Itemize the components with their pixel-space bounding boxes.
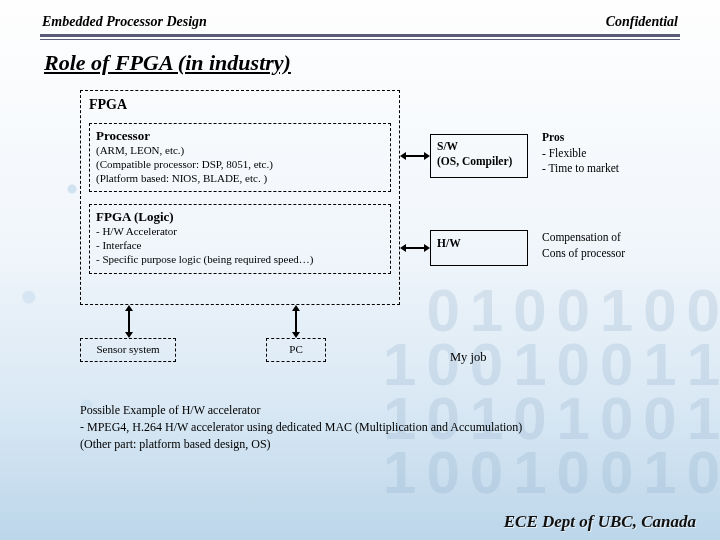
sw-pros-line: - Time to market — [542, 161, 619, 177]
sensor-box: Sensor system — [80, 338, 176, 362]
processor-title: Processor — [96, 128, 384, 144]
hw-pros-line: Cons of processor — [542, 246, 625, 262]
processor-line: (Compatible processor: DSP, 8051, etc.) — [96, 158, 384, 172]
arrow-processor-sw — [400, 155, 430, 157]
hw-pros-line: Compensation of — [542, 230, 625, 246]
fpga-logic-title: FPGA (Logic) — [96, 209, 384, 225]
my-job-label: My job — [450, 350, 486, 365]
slide: Embedded Processor Design Confidential R… — [0, 0, 720, 540]
pc-box: PC — [266, 338, 326, 362]
footer: ECE Dept of UBC, Canada — [504, 512, 696, 532]
arrow-fpga-pc — [295, 305, 297, 338]
divider-thin — [40, 39, 680, 40]
sw-pros-line: - Flexible — [542, 146, 619, 162]
example-line: Possible Example of H/W accelerator — [80, 402, 522, 419]
fpga-logic-box: FPGA (Logic) - H/W Accelerator - Interfa… — [89, 204, 391, 273]
hw-box: H/W — [430, 230, 528, 266]
sw-line: (OS, Compiler) — [437, 154, 521, 169]
sw-pros: Pros - Flexible - Time to market — [542, 130, 619, 177]
processor-box: Processor (ARM, LEON, etc.) (Compatible … — [89, 123, 391, 192]
sw-box: S/W (OS, Compiler) — [430, 134, 528, 178]
fpga-logic-line: - Interface — [96, 239, 384, 253]
slide-title: Role of FPGA (in industry) — [44, 50, 680, 76]
arrow-fpga-sensor — [128, 305, 130, 338]
divider-thick — [40, 34, 680, 37]
example-block: Possible Example of H/W accelerator - MP… — [80, 402, 522, 452]
example-line: - MPEG4, H.264 H/W accelerator using ded… — [80, 419, 522, 436]
header: Embedded Processor Design Confidential — [40, 14, 680, 32]
example-line: (Other part: platform based design, OS) — [80, 436, 522, 453]
hw-label: H/W — [437, 237, 521, 249]
fpga-logic-line: - H/W Accelerator — [96, 225, 384, 239]
arrow-logic-hw — [400, 247, 430, 249]
processor-line: (ARM, LEON, etc.) — [96, 144, 384, 158]
processor-line: (Platform based: NIOS, BLADE, etc. ) — [96, 172, 384, 186]
fpga-container: FPGA Processor (ARM, LEON, etc.) (Compat… — [80, 90, 400, 305]
content-area: FPGA Processor (ARM, LEON, etc.) (Compat… — [80, 90, 680, 450]
sw-pros-title: Pros — [542, 130, 619, 146]
fpga-logic-line: - Specific purpose logic (being required… — [96, 253, 384, 267]
hw-pros: Compensation of Cons of processor — [542, 230, 625, 261]
fpga-label: FPGA — [89, 97, 391, 113]
sw-line: S/W — [437, 139, 521, 154]
header-left: Embedded Processor Design — [42, 14, 207, 30]
header-right: Confidential — [606, 14, 678, 30]
